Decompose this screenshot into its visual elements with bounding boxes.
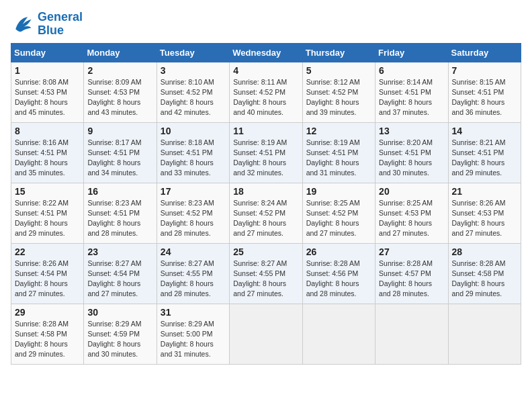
calendar-day-cell (302, 304, 375, 364)
calendar-day-cell: 4Sunrise: 8:11 AMSunset: 4:52 PMDaylight… (230, 62, 302, 122)
day-of-week-header: Sunday (11, 43, 84, 62)
day-number: 4 (233, 65, 298, 76)
calendar-day-cell: 2Sunrise: 8:09 AMSunset: 4:53 PMDaylight… (84, 62, 157, 122)
day-of-week-header: Tuesday (157, 43, 229, 62)
calendar-day-cell: 28Sunrise: 8:28 AMSunset: 4:58 PMDayligh… (448, 243, 521, 304)
day-number: 9 (87, 126, 152, 136)
day-of-week-header: Wednesday (230, 43, 302, 62)
day-number: 16 (87, 186, 152, 197)
day-info: Sunrise: 8:17 AMSunset: 4:51 PMDaylight:… (87, 138, 152, 179)
calendar-day-cell (375, 304, 448, 364)
calendar-table: SundayMondayTuesdayWednesdayThursdayFrid… (11, 43, 521, 365)
day-number: 17 (161, 186, 226, 197)
day-of-week-header: Thursday (302, 43, 375, 62)
day-number: 5 (306, 65, 371, 76)
day-of-week-header: Friday (375, 43, 448, 62)
day-info: Sunrise: 8:16 AMSunset: 4:51 PMDaylight:… (15, 138, 80, 179)
day-info: Sunrise: 8:27 AMSunset: 4:54 PMDaylight:… (87, 259, 152, 300)
calendar-day-cell: 8Sunrise: 8:16 AMSunset: 4:51 PMDaylight… (11, 122, 84, 183)
day-number: 18 (233, 186, 298, 197)
calendar-week-row: 22Sunrise: 8:26 AMSunset: 4:54 PMDayligh… (11, 243, 521, 304)
day-info: Sunrise: 8:26 AMSunset: 4:53 PMDaylight:… (452, 198, 517, 239)
day-number: 19 (306, 186, 371, 197)
calendar-day-cell: 15Sunrise: 8:22 AMSunset: 4:51 PMDayligh… (11, 183, 84, 243)
day-number: 20 (379, 186, 444, 197)
calendar-header-row: SundayMondayTuesdayWednesdayThursdayFrid… (11, 43, 521, 62)
page-header: General Blue (11, 11, 521, 38)
day-info: Sunrise: 8:25 AMSunset: 4:52 PMDaylight:… (306, 198, 371, 239)
day-info: Sunrise: 8:25 AMSunset: 4:53 PMDaylight:… (379, 198, 444, 239)
calendar-day-cell: 24Sunrise: 8:27 AMSunset: 4:55 PMDayligh… (157, 243, 229, 304)
calendar-day-cell: 26Sunrise: 8:28 AMSunset: 4:56 PMDayligh… (302, 243, 375, 304)
day-info: Sunrise: 8:23 AMSunset: 4:52 PMDaylight:… (161, 198, 226, 239)
day-info: Sunrise: 8:29 AMSunset: 4:59 PMDaylight:… (87, 319, 152, 360)
calendar-day-cell: 21Sunrise: 8:26 AMSunset: 4:53 PMDayligh… (448, 183, 521, 243)
calendar-day-cell: 27Sunrise: 8:28 AMSunset: 4:57 PMDayligh… (375, 243, 448, 304)
day-info: Sunrise: 8:18 AMSunset: 4:51 PMDaylight:… (161, 138, 226, 179)
day-number: 8 (15, 126, 80, 136)
day-info: Sunrise: 8:15 AMSunset: 4:51 PMDaylight:… (452, 77, 517, 118)
calendar-day-cell: 18Sunrise: 8:24 AMSunset: 4:52 PMDayligh… (230, 183, 302, 243)
calendar-day-cell: 19Sunrise: 8:25 AMSunset: 4:52 PMDayligh… (302, 183, 375, 243)
calendar-day-cell: 30Sunrise: 8:29 AMSunset: 4:59 PMDayligh… (84, 304, 157, 364)
calendar-day-cell: 29Sunrise: 8:28 AMSunset: 4:58 PMDayligh… (11, 304, 84, 364)
day-number: 31 (161, 307, 226, 318)
calendar-day-cell: 17Sunrise: 8:23 AMSunset: 4:52 PMDayligh… (157, 183, 229, 243)
day-number: 14 (452, 126, 517, 136)
day-number: 25 (233, 246, 298, 257)
day-info: Sunrise: 8:23 AMSunset: 4:51 PMDaylight:… (87, 198, 152, 239)
day-number: 28 (452, 246, 517, 257)
logo-text-line1: General (38, 11, 83, 24)
day-info: Sunrise: 8:27 AMSunset: 4:55 PMDaylight:… (233, 259, 298, 300)
calendar-week-row: 29Sunrise: 8:28 AMSunset: 4:58 PMDayligh… (11, 304, 521, 364)
day-number: 13 (379, 126, 444, 136)
day-info: Sunrise: 8:20 AMSunset: 4:51 PMDaylight:… (379, 138, 444, 179)
day-number: 7 (452, 65, 517, 76)
day-info: Sunrise: 8:19 AMSunset: 4:51 PMDaylight:… (233, 138, 298, 179)
calendar-day-cell: 16Sunrise: 8:23 AMSunset: 4:51 PMDayligh… (84, 183, 157, 243)
day-info: Sunrise: 8:24 AMSunset: 4:52 PMDaylight:… (233, 198, 298, 239)
calendar-week-row: 15Sunrise: 8:22 AMSunset: 4:51 PMDayligh… (11, 183, 521, 243)
day-info: Sunrise: 8:19 AMSunset: 4:51 PMDaylight:… (306, 138, 371, 179)
day-number: 15 (15, 186, 80, 197)
day-info: Sunrise: 8:22 AMSunset: 4:51 PMDaylight:… (15, 198, 80, 239)
day-number: 11 (233, 126, 298, 136)
day-number: 10 (161, 126, 226, 136)
day-info: Sunrise: 8:28 AMSunset: 4:56 PMDaylight:… (306, 259, 371, 300)
calendar-day-cell: 7Sunrise: 8:15 AMSunset: 4:51 PMDaylight… (448, 62, 521, 122)
day-info: Sunrise: 8:28 AMSunset: 4:58 PMDaylight:… (15, 319, 80, 360)
calendar-week-row: 1Sunrise: 8:08 AMSunset: 4:53 PMDaylight… (11, 62, 521, 122)
day-number: 3 (161, 65, 226, 76)
calendar-day-cell: 23Sunrise: 8:27 AMSunset: 4:54 PMDayligh… (84, 243, 157, 304)
calendar-day-cell: 5Sunrise: 8:12 AMSunset: 4:52 PMDaylight… (302, 62, 375, 122)
day-info: Sunrise: 8:09 AMSunset: 4:53 PMDaylight:… (87, 77, 152, 118)
day-number: 26 (306, 246, 371, 257)
calendar-day-cell (448, 304, 521, 364)
day-info: Sunrise: 8:29 AMSunset: 5:00 PMDaylight:… (161, 319, 226, 360)
day-info: Sunrise: 8:28 AMSunset: 4:58 PMDaylight:… (452, 259, 517, 300)
day-number: 2 (87, 65, 152, 76)
day-info: Sunrise: 8:10 AMSunset: 4:52 PMDaylight:… (161, 77, 226, 118)
calendar-day-cell: 12Sunrise: 8:19 AMSunset: 4:51 PMDayligh… (302, 122, 375, 183)
day-number: 23 (87, 246, 152, 257)
calendar-day-cell: 22Sunrise: 8:26 AMSunset: 4:54 PMDayligh… (11, 243, 84, 304)
day-number: 12 (306, 126, 371, 136)
day-number: 30 (87, 307, 152, 318)
calendar-day-cell: 13Sunrise: 8:20 AMSunset: 4:51 PMDayligh… (375, 122, 448, 183)
calendar-day-cell (230, 304, 302, 364)
logo-text-line2: Blue (38, 24, 83, 38)
calendar-day-cell: 11Sunrise: 8:19 AMSunset: 4:51 PMDayligh… (230, 122, 302, 183)
day-info: Sunrise: 8:21 AMSunset: 4:51 PMDaylight:… (452, 138, 517, 179)
day-info: Sunrise: 8:11 AMSunset: 4:52 PMDaylight:… (233, 77, 298, 118)
day-number: 22 (15, 246, 80, 257)
day-number: 6 (379, 65, 444, 76)
calendar-day-cell: 1Sunrise: 8:08 AMSunset: 4:53 PMDaylight… (11, 62, 84, 122)
day-number: 1 (15, 65, 80, 76)
day-info: Sunrise: 8:27 AMSunset: 4:55 PMDaylight:… (161, 259, 226, 300)
calendar-day-cell: 14Sunrise: 8:21 AMSunset: 4:51 PMDayligh… (448, 122, 521, 183)
day-info: Sunrise: 8:26 AMSunset: 4:54 PMDaylight:… (15, 259, 80, 300)
logo: General Blue (11, 11, 83, 38)
calendar-day-cell: 31Sunrise: 8:29 AMSunset: 5:00 PMDayligh… (157, 304, 229, 364)
day-number: 21 (452, 186, 517, 197)
day-number: 27 (379, 246, 444, 257)
